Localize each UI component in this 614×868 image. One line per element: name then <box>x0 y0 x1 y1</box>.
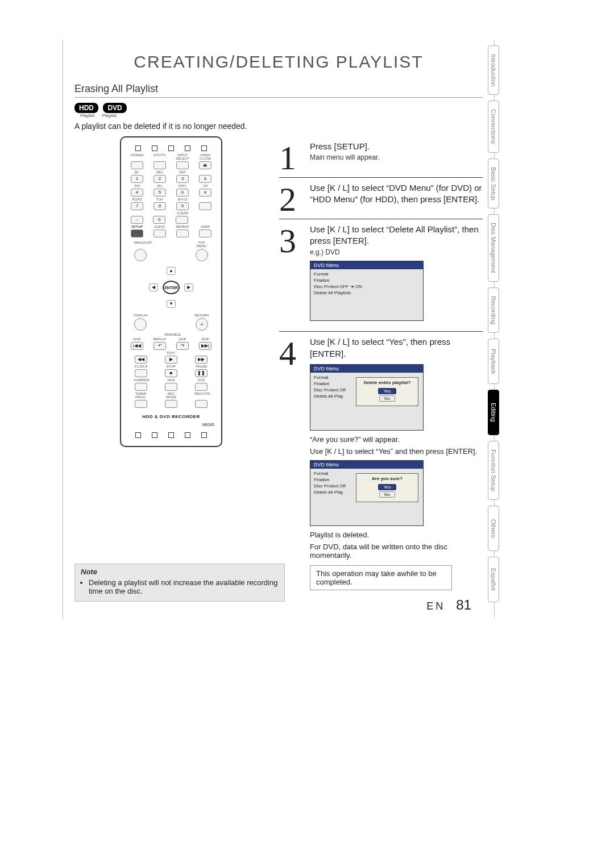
dvd-menu-box-3: DVD Menu Format Finalize Disc Protect Of… <box>310 460 424 527</box>
side-tabs: Introduction Connections Basic Setup Dis… <box>488 45 517 608</box>
tab-connections[interactable]: Connections <box>488 101 499 152</box>
tab-disc-management[interactable]: Disc Management <box>488 214 499 282</box>
page-footer: EN 81 <box>426 597 471 613</box>
remote-model: NB345 <box>126 423 214 427</box>
dvd-menu-box-2: DVD Menu Format Finalize Disc Protect Of… <box>310 364 424 431</box>
section-title: Erasing All Playlist <box>74 83 483 98</box>
manual-page: CREATING/DELETING PLAYLIST Erasing All P… <box>63 40 495 619</box>
tab-others[interactable]: Others <box>488 506 499 551</box>
dvd-menu-box-1: DVD Menu Format Finalize Disc Protect OF… <box>310 261 424 322</box>
badge-hdd: HDD <box>74 103 98 113</box>
steps-column: 1 Press [SETUP]. Main menu will appear. … <box>279 136 483 596</box>
note-box: Note Deleting a playlist will not increa… <box>74 564 285 602</box>
tab-recording[interactable]: Recording <box>488 287 499 333</box>
badge-dvd: DVD <box>103 103 126 113</box>
remote-figure: POWER DTV/TV INPUT SELECT OPEN/ CLOSE ⏏ … <box>120 136 222 447</box>
tab-function-setup[interactable]: Function Setup <box>488 441 499 500</box>
note-heading: Note <box>81 567 279 576</box>
nav-pad: ▲▼◀▶ ENTER <box>146 265 197 310</box>
badge-sub: Playlist Playlist <box>80 113 483 118</box>
remote-brand: HDD & DVD RECORDER <box>126 415 217 419</box>
footer-lang: EN <box>426 600 445 612</box>
tab-playback[interactable]: Playback <box>488 339 499 384</box>
intro-text: A playlist can be deleted if it is no lo… <box>74 122 483 131</box>
step-number: 1 <box>279 141 310 172</box>
tab-introduction[interactable]: Introduction <box>488 45 499 95</box>
confirm-popup-1: Delete entire playlist? Yes No <box>356 377 418 406</box>
tab-basic-setup[interactable]: Basic Setup <box>488 158 499 209</box>
left-column: POWER DTV/TV INPUT SELECT OPEN/ CLOSE ⏏ … <box>74 136 268 596</box>
step-2: 2 Use [K / L] to select “DVD Menu” (for … <box>279 177 483 219</box>
tab-editing[interactable]: Editing <box>488 390 499 435</box>
media-badges: HDD DVD <box>74 102 483 113</box>
step-1: 1 Press [SETUP]. Main menu will appear. <box>279 136 483 177</box>
footer-page: 81 <box>456 597 471 612</box>
hint-box: This operation may take awhile to be com… <box>310 565 452 590</box>
page-title: CREATING/DELETING PLAYLIST <box>63 52 494 72</box>
step-4: 4 Use [K / L] to select “Yes”, then pres… <box>279 331 483 596</box>
confirm-popup-2: Are you sure? Yes No <box>356 473 418 502</box>
step-3: 3 Use [K / L] to select “Delete All Play… <box>279 219 483 331</box>
note-item: Deleting a playlist will not increase th… <box>89 578 279 595</box>
tab-espanol[interactable]: Español <box>488 557 499 602</box>
